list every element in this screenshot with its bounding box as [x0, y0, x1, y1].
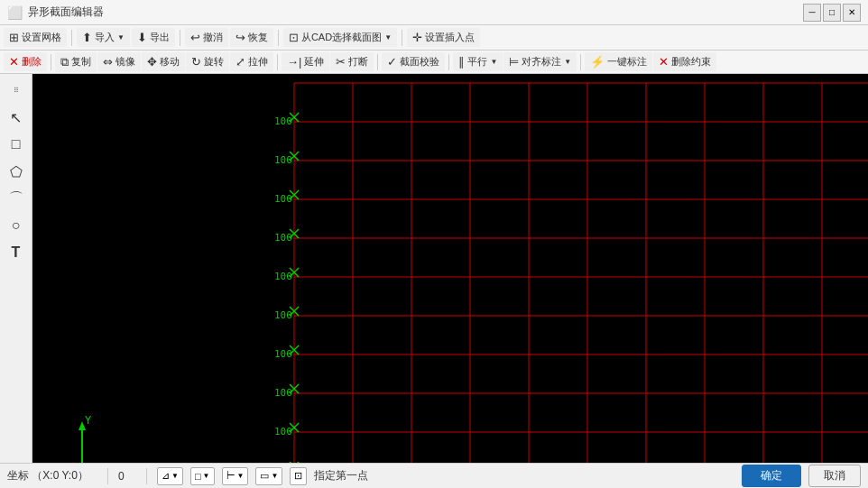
svg-text:100: 100: [274, 387, 292, 399]
status-dropdown-4: ▼: [271, 472, 278, 480]
undo-button[interactable]: ↩ 撤消: [185, 28, 228, 47]
svg-text:100: 100: [274, 115, 292, 127]
rotate-label: 旋转: [204, 55, 224, 69]
status-bar: 坐标 （X:0 Y:0） 0 ⊿ ▼ □ ▼ ⊢ ▼ ▭ ▼ ⊡ 指定第一点 确…: [0, 463, 868, 488]
break-label: 打断: [348, 55, 368, 69]
set-insert-button[interactable]: ✛ 设置插入点: [407, 28, 480, 47]
mirror-icon: ⇔: [103, 55, 113, 69]
stretch-label: 拉伸: [248, 55, 268, 69]
prompt-text: 指定第一点: [314, 468, 368, 483]
close-button[interactable]: ✕: [843, 4, 861, 22]
section-check-button[interactable]: ✓ 截面校验: [382, 52, 445, 71]
title-bar: ⬜ 异形截面编辑器 ─ □ ✕: [0, 0, 868, 25]
status-number: 0: [118, 470, 136, 483]
copy-icon: ⧉: [60, 55, 69, 69]
import-dropdown-icon: ▼: [117, 33, 125, 41]
move-label: 移动: [160, 55, 180, 69]
status-dropdown-1: ▼: [171, 472, 179, 480]
sep-5: [51, 54, 51, 70]
canvas-svg: 100 100 100 100 100 100 100 100 100 100 …: [32, 74, 868, 463]
svg-text:100: 100: [274, 154, 292, 166]
svg-text:100: 100: [274, 426, 292, 437]
parallel-dropdown-icon: ▼: [490, 58, 497, 66]
sep-8: [448, 54, 449, 70]
status-dropdown-2: ▼: [203, 472, 210, 480]
move-button[interactable]: ✥ 移动: [142, 52, 185, 71]
mirror-label: 镜像: [115, 55, 135, 69]
import-button[interactable]: ⬆ 导入 ▼: [77, 28, 130, 47]
extend-label: 延伸: [304, 55, 324, 69]
window-title: 异形截面编辑器: [28, 5, 104, 20]
stretch-button[interactable]: ⤢ 拉伸: [230, 52, 273, 71]
export-button[interactable]: ⬇ 导出: [132, 28, 175, 47]
delete-button[interactable]: ✕ 删除: [4, 52, 47, 71]
one-key-dim-icon: ⚡: [590, 55, 605, 69]
arc-tool-button[interactable]: ⌒: [4, 186, 29, 211]
status-icon-5: ⊡: [294, 470, 302, 482]
delete-icon: ✕: [9, 55, 19, 69]
polygon-tool-button[interactable]: ⬠: [4, 159, 29, 184]
sep-4: [402, 30, 402, 46]
export-icon: ⬇: [137, 31, 147, 44]
align-icon: ⊨: [509, 55, 519, 69]
maximize-button[interactable]: □: [823, 4, 841, 22]
mirror-button[interactable]: ⇔ 镜像: [97, 52, 141, 71]
svg-text:100: 100: [274, 232, 292, 244]
grid-button[interactable]: ⊞ 设置网格: [4, 28, 67, 47]
svg-text:100: 100: [274, 309, 292, 321]
status-icon-btn-3[interactable]: ⊢ ▼: [222, 467, 249, 485]
break-button[interactable]: ✂ 打断: [330, 52, 374, 71]
toolbar-2: ✕ 删除 ⧉ 复制 ⇔ 镜像 ✥ 移动 ↻ 旋转 ⤢ 拉伸 →| 延伸 ✂ 打断…: [0, 51, 868, 74]
align-button[interactable]: ⊨ 对齐标注 ▼: [503, 52, 577, 71]
from-cad-button[interactable]: ⊡ 从CAD选择截面图 ▼: [283, 28, 397, 47]
status-icon-3: ⊢: [226, 470, 235, 482]
rotate-button[interactable]: ↻ 旋转: [186, 52, 229, 71]
status-sep-1: [107, 468, 108, 484]
cancel-button[interactable]: 取消: [808, 465, 861, 487]
extend-icon: →|: [287, 55, 301, 69]
minimize-button[interactable]: ─: [803, 4, 821, 22]
copy-label: 复制: [71, 55, 91, 69]
status-icon-btn-4[interactable]: ▭ ▼: [255, 467, 282, 485]
set-insert-label: 设置插入点: [425, 31, 475, 44]
drag-handle[interactable]: ⠿: [4, 78, 29, 103]
move-icon: ✥: [147, 55, 157, 69]
status-icon-btn-5[interactable]: ⊡: [290, 467, 307, 485]
undo-label: 撤消: [203, 31, 223, 44]
select-tool-button[interactable]: ↖: [4, 105, 29, 130]
svg-text:100: 100: [274, 193, 292, 205]
status-icon-btn-1[interactable]: ⊿ ▼: [157, 467, 183, 485]
from-cad-icon: ⊡: [289, 31, 299, 44]
align-dropdown-icon: ▼: [564, 58, 571, 66]
redo-button[interactable]: ↪ 恢复: [230, 28, 273, 47]
extend-button[interactable]: →| 延伸: [282, 52, 329, 71]
redo-label: 恢复: [248, 31, 268, 44]
window-controls: ─ □ ✕: [803, 4, 861, 22]
confirm-button[interactable]: 确定: [742, 465, 801, 487]
canvas-area[interactable]: 100 100 100 100 100 100 100 100 100 100 …: [32, 74, 868, 463]
set-insert-icon: ✛: [412, 31, 422, 44]
text-tool-button[interactable]: T: [4, 240, 29, 265]
one-key-dim-button[interactable]: ⚡ 一键标注: [585, 52, 652, 71]
parallel-button[interactable]: ∥ 平行 ▼: [453, 52, 503, 71]
left-sidebar: ⠿ ↖ □ ⬠ ⌒ ○ T: [0, 74, 32, 463]
del-constraint-label: 删除约束: [671, 55, 711, 69]
grid-label: 设置网格: [22, 31, 61, 44]
svg-text:100: 100: [274, 348, 292, 360]
status-icon-4: ▭: [260, 470, 269, 482]
del-constraint-button[interactable]: ✕ 删除约束: [653, 52, 716, 71]
section-check-label: 截面校验: [400, 55, 439, 69]
parallel-label: 平行: [467, 55, 487, 69]
svg-text:Y: Y: [85, 414, 92, 427]
rotate-icon: ↻: [191, 55, 201, 69]
toolbar-1: ⊞ 设置网格 ⬆ 导入 ▼ ⬇ 导出 ↩ 撤消 ↪ 恢复 ⊡ 从CAD选择截面图…: [0, 25, 868, 51]
rectangle-tool-button[interactable]: □: [4, 132, 29, 157]
copy-button[interactable]: ⧉ 复制: [55, 52, 97, 72]
delete-label: 删除: [22, 55, 42, 69]
status-icon-btn-2[interactable]: □ ▼: [190, 467, 215, 485]
status-icon-2: □: [195, 471, 201, 482]
app-icon: ⬜: [7, 5, 23, 20]
from-cad-label: 从CAD选择截面图: [301, 31, 382, 44]
parallel-icon: ∥: [458, 55, 465, 69]
circle-tool-button[interactable]: ○: [4, 213, 29, 238]
